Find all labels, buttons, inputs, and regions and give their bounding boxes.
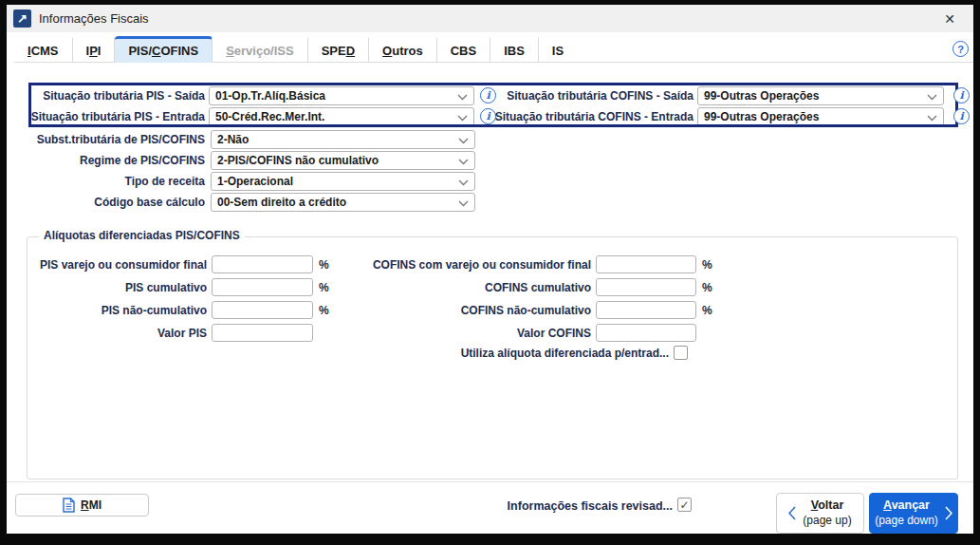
app-arrow-icon: ↗ (13, 9, 31, 28)
revisado-label: Informações fiscais revisad... (434, 499, 673, 513)
cofins-entrada-label: Situação tributária COFINS - Entrada (495, 110, 693, 123)
chevron-left-icon (788, 506, 796, 520)
pis-nao-cumulativo-label: PIS não-cumulativo (102, 304, 207, 317)
pis-entrada-select[interactable]: 50-Créd.Rec.Mer.Int. (209, 107, 474, 126)
cofins-nao-cumulativo-label: COFINS não-cumulativo (461, 304, 591, 317)
tab-sped[interactable]: SPED (308, 36, 369, 62)
tab-ipi[interactable]: IPI (73, 36, 116, 62)
subst-label: Subst.tributária de PIS/COFINS (37, 133, 205, 146)
title-bar: ↗ Informações Fiscais ✕ (7, 5, 973, 32)
row-tipo-receita: Tipo de receita 1-Operacional (7, 172, 973, 191)
valor-pis-label: Valor PIS (157, 327, 207, 340)
cofins-saida-info-icon[interactable]: i (953, 87, 970, 103)
cofins-varejo-label: COFINS com varejo ou consumidor final (373, 258, 591, 272)
utiliza-aliquota-label: Utiliza alíquota diferenciada p/entrad..… (461, 347, 669, 360)
rmi-label: RMI (81, 498, 102, 512)
chevron-down-icon (458, 179, 469, 186)
tab-pis-cofins[interactable]: PIS/COFINS (115, 36, 213, 63)
avancar-button[interactable]: Avançar (page down) (869, 493, 958, 534)
window-title: Informações Fiscais (39, 11, 149, 26)
screenshot-frame: ↗ Informações Fiscais ✕ ICMS IPI PIS/COF… (0, 0, 980, 545)
pis-varejo-label: PIS varejo ou consumidor final (40, 258, 207, 272)
utiliza-aliquota-checkbox[interactable] (674, 346, 688, 360)
chevron-down-icon (457, 94, 468, 101)
aliquotas-group-title: Alíquotas diferenciadas PIS/COFINS (39, 229, 245, 242)
pis-saida-info-icon[interactable]: i (480, 87, 496, 103)
rmi-button[interactable]: RMI (15, 494, 149, 517)
row-pis-varejo: PIS varejo ou consumidor final % COFINS … (7, 255, 973, 274)
regime-label: Regime de PIS/COFINS (80, 154, 205, 167)
revisado-checkbox[interactable]: ✓ (677, 498, 692, 512)
pis-cumulativo-label: PIS cumulativo (125, 281, 207, 294)
voltar-label: Voltar (811, 498, 844, 514)
row-utiliza-aliquota: Utiliza alíquota diferenciada p/entrad..… (7, 344, 973, 363)
row-situacao-saida: Situação tributária PIS - Saída 01-Op.Tr… (7, 86, 973, 105)
valor-pis-input[interactable] (212, 324, 313, 342)
cofins-varejo-input[interactable] (596, 255, 696, 273)
chevron-down-icon (927, 115, 937, 122)
help-icon[interactable]: ? (952, 41, 969, 57)
avancar-label: Avançar (883, 498, 930, 514)
pis-entrada-info-icon[interactable]: i (480, 108, 496, 124)
row-situacao-entrada: Situação tributária PIS - Entrada 50-Cré… (7, 107, 973, 126)
valor-cofins-input[interactable] (596, 324, 696, 342)
cofins-entrada-select[interactable]: 99-Outras Operações (697, 107, 944, 126)
codigo-base-label: Código base cálculo (94, 196, 205, 209)
close-icon[interactable]: ✕ (939, 9, 960, 29)
chevron-down-icon (457, 115, 468, 122)
cofins-nao-cumulativo-input[interactable] (596, 301, 696, 319)
cofins-saida-label: Situação tributária COFINS - Saída (507, 89, 693, 103)
cofins-entrada-info-icon[interactable]: i (953, 108, 970, 124)
row-regime: Regime de PIS/COFINS 2-PIS/COFINS não cu… (7, 151, 973, 170)
informacoes-fiscais-dialog: ↗ Informações Fiscais ✕ ICMS IPI PIS/COF… (7, 5, 973, 534)
row-codigo-base: Código base cálculo 00-Sem direito a cré… (7, 193, 973, 212)
chevron-right-icon (945, 506, 952, 520)
pis-nao-cumulativo-input[interactable] (212, 301, 313, 319)
tab-icms[interactable]: ICMS (14, 36, 73, 62)
percent-suffix: % (702, 281, 712, 294)
codigo-base-select[interactable]: 00-Sem direito a crédito (211, 193, 475, 212)
footer-divider (7, 481, 973, 482)
chevron-down-icon (458, 159, 469, 165)
pis-cumulativo-input[interactable] (212, 278, 313, 296)
pis-saida-select[interactable]: 01-Op.Tr.Alíq.Básica (209, 86, 474, 105)
tab-outros[interactable]: Outros (369, 36, 437, 62)
tab-bar: ICMS IPI PIS/COFINS Serviço/ISS SPED Out… (14, 36, 973, 63)
cofins-cumulativo-input[interactable] (596, 278, 696, 296)
valor-cofins-label: Valor COFINS (517, 327, 591, 340)
chevron-down-icon (458, 138, 469, 144)
voltar-sublabel: (page up) (803, 514, 851, 528)
pis-saida-label: Situação tributária PIS - Saída (43, 89, 205, 103)
percent-suffix: % (702, 258, 712, 272)
row-valores: Valor PIS Valor COFINS (7, 324, 973, 343)
pis-varejo-input[interactable] (212, 255, 313, 273)
document-icon (63, 498, 75, 513)
tab-servico-iss: Serviço/ISS (213, 36, 308, 62)
voltar-button[interactable]: Voltar (page up) (776, 493, 864, 534)
tipo-receita-select[interactable]: 1-Operacional (211, 172, 475, 191)
avancar-sublabel: (page down) (875, 514, 938, 528)
cofins-saida-select[interactable]: 99-Outras Operações (697, 86, 944, 105)
pis-entrada-label: Situação tributária PIS - Entrada (31, 110, 205, 123)
chevron-down-icon (458, 200, 469, 207)
regime-select[interactable]: 2-PIS/COFINS não cumulativo (211, 151, 475, 170)
tab-ibs[interactable]: IBS (490, 36, 539, 62)
tab-cbs[interactable]: CBS (437, 36, 490, 62)
tipo-receita-label: Tipo de receita (125, 175, 205, 188)
subst-select[interactable]: 2-Não (211, 130, 475, 149)
tab-is[interactable]: IS (539, 36, 577, 62)
chevron-down-icon (927, 94, 937, 101)
row-pis-cumulativo: PIS cumulativo % COFINS cumulativo % (7, 278, 973, 297)
row-pis-nao-cumulativo: PIS não-cumulativo % COFINS não-cumulati… (7, 301, 973, 320)
cofins-cumulativo-label: COFINS cumulativo (485, 281, 591, 294)
percent-suffix: % (702, 304, 712, 317)
row-subst-tributaria: Subst.tributária de PIS/COFINS 2-Não (7, 130, 973, 149)
